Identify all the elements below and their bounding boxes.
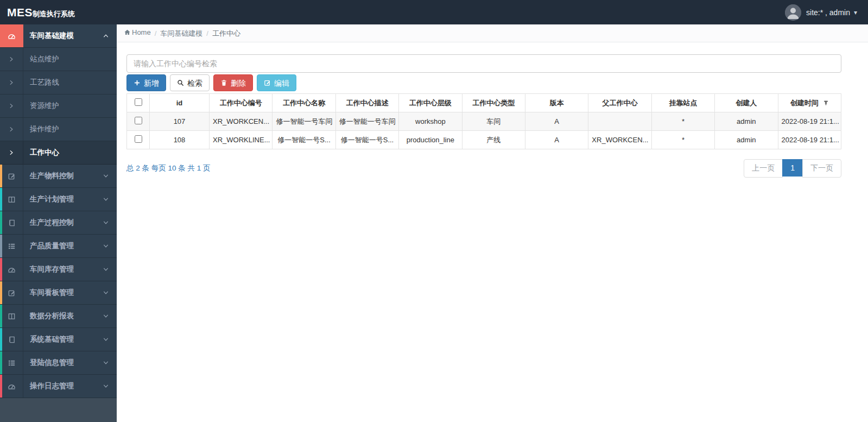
chevron-cell xyxy=(103,313,109,319)
sidebar-item-2[interactable]: 工艺路线 xyxy=(0,71,117,95)
book-icon xyxy=(8,336,16,344)
icon-cell xyxy=(0,71,23,94)
logo-text-primary: MES xyxy=(7,6,33,19)
pagination-next[interactable]: 下一页 xyxy=(802,159,841,178)
search-input[interactable] xyxy=(126,54,841,73)
icon-cell xyxy=(0,95,23,117)
breadcrumb-label: 工作中心 xyxy=(212,29,240,39)
dashboard-icon xyxy=(8,382,16,390)
toolbar: 新增检索删除编辑 xyxy=(126,74,868,91)
accent-strip xyxy=(0,281,2,304)
sidebar-item-label: 操作日志管理 xyxy=(23,381,103,391)
sidebar-item-7[interactable]: 生产计划管理 xyxy=(0,188,117,211)
app-logo[interactable]: MES 制造执行系统 xyxy=(7,6,75,19)
sidebar-item-0[interactable]: 车间基础建模 xyxy=(0,24,117,48)
sidebar-item-label: 工艺路线 xyxy=(23,78,117,87)
column-header-10[interactable]: 创建时间 xyxy=(778,94,841,112)
cell-1-3: 修一智能一号S... xyxy=(335,131,398,149)
sidebar-item-14[interactable]: 登陆信息管理 xyxy=(0,351,117,375)
sidebar-item-11[interactable]: 车间看板管理 xyxy=(0,281,117,305)
column-header-label: 工作中心类型 xyxy=(472,99,515,107)
sidebar-item-10[interactable]: 车间库存管理 xyxy=(0,258,117,281)
sidebar-item-label: 资源维护 xyxy=(23,101,117,111)
column-header-label: 版本 xyxy=(550,99,564,107)
select-all-checkbox[interactable] xyxy=(135,98,142,106)
sidebar-item-label: 数据分析报表 xyxy=(23,311,103,321)
trash-icon xyxy=(220,79,227,86)
sidebar-item-label: 车间看板管理 xyxy=(23,288,103,298)
chevron-cell xyxy=(103,243,109,249)
breadcrumb-item-0[interactable]: Home xyxy=(124,28,151,36)
icon-cell xyxy=(0,235,23,257)
delete-button[interactable]: 删除 xyxy=(213,74,253,91)
sidebar-item-1[interactable]: 站点维护 xyxy=(0,48,117,71)
column-header-9[interactable]: 创建人 xyxy=(715,94,778,112)
pagination-page-1[interactable]: 1 xyxy=(782,159,803,177)
sidebar-item-5[interactable]: 工作中心 xyxy=(0,141,117,165)
cell-1-5: 产线 xyxy=(462,131,525,149)
accent-strip xyxy=(0,351,2,374)
sidebar-item-13[interactable]: 系统基础管理 xyxy=(0,328,117,351)
breadcrumb-label: Home xyxy=(132,28,151,36)
column-header-0[interactable]: id xyxy=(150,94,210,112)
column-header-6[interactable]: 版本 xyxy=(525,94,588,112)
cell-0-10: 2022-08-19 21:1... xyxy=(778,112,841,131)
accent-strip xyxy=(0,235,2,257)
pagination-summary[interactable]: 总 2 条 每页 10 条 共 1 页 xyxy=(126,163,211,173)
column-header-1[interactable]: 工作中心编号 xyxy=(210,94,273,112)
chevron-right-icon xyxy=(8,126,15,133)
chevron-down-icon xyxy=(103,243,109,249)
column-header-label: 工作中心层级 xyxy=(409,99,452,107)
icon-cell xyxy=(0,24,23,47)
edit-button[interactable]: 编辑 xyxy=(257,74,296,91)
sidebar-item-3[interactable]: 资源维护 xyxy=(0,95,117,118)
sidebar-item-6[interactable]: 生产物料控制 xyxy=(0,165,117,188)
chevron-down-icon xyxy=(103,173,109,179)
column-header-4[interactable]: 工作中心层级 xyxy=(399,94,462,112)
add-button-label: 新增 xyxy=(144,79,159,87)
search-button[interactable]: 检索 xyxy=(170,74,210,91)
breadcrumb-label: 车间基础建模 xyxy=(160,29,202,39)
breadcrumb-item-1[interactable]: 车间基础建模 xyxy=(160,29,202,39)
row-select-cell xyxy=(127,112,150,131)
home-icon xyxy=(124,29,131,36)
search-icon xyxy=(177,79,184,86)
column-header-2[interactable]: 工作中心名称 xyxy=(273,94,335,112)
breadcrumb: Home/车间基础建模/工作中心 xyxy=(117,24,868,42)
delete-button-label: 删除 xyxy=(231,79,246,87)
sidebar-item-label: 操作维护 xyxy=(23,124,117,134)
sidebar-item-label: 工作中心 xyxy=(23,148,117,158)
pagination-prev[interactable]: 上一页 xyxy=(744,159,783,178)
chevron-cell xyxy=(103,173,109,179)
dashboard-icon xyxy=(8,266,16,274)
sidebar-item-4[interactable]: 操作维护 xyxy=(0,118,117,141)
table-row-0[interactable]: 107XR_WORKCEN...修一智能一号车间修一智能一号车间workshop… xyxy=(127,112,841,131)
column-header-8[interactable]: 挂靠站点 xyxy=(651,94,714,112)
cell-0-7 xyxy=(588,112,651,131)
row-checkbox[interactable] xyxy=(135,117,142,124)
dashboard-icon xyxy=(8,32,16,40)
column-header-7[interactable]: 父工作中心 xyxy=(588,94,651,112)
chevron-down-icon xyxy=(103,383,109,389)
chevron-cell xyxy=(103,196,109,203)
icon-cell xyxy=(0,48,23,71)
sidebar-item-9[interactable]: 产品质量管理 xyxy=(0,235,117,258)
chevron-down-icon xyxy=(103,313,109,319)
sidebar-item-label: 生产计划管理 xyxy=(23,194,103,204)
add-button[interactable]: 新增 xyxy=(126,74,166,91)
logo-text-secondary: 制造执行系统 xyxy=(33,9,75,19)
column-header-5[interactable]: 工作中心类型 xyxy=(462,94,525,112)
user-label: site:* , admin xyxy=(806,8,850,17)
sidebar-item-8[interactable]: 生产过程控制 xyxy=(0,211,117,235)
user-menu[interactable]: site:* , admin ▾ xyxy=(785,4,857,21)
pin-column-control[interactable] xyxy=(823,99,829,108)
table-footer: 总 2 条 每页 10 条 共 1 页 上一页 1 下一页 xyxy=(126,159,841,178)
sidebar-item-15[interactable]: 操作日志管理 xyxy=(0,375,117,398)
breadcrumb-separator: / xyxy=(206,29,208,37)
caret-down-icon: ▾ xyxy=(854,9,857,16)
table-row-1[interactable]: 108XR_WORKLINE...修一智能一号S...修一智能一号S...pro… xyxy=(127,131,841,149)
column-header-3[interactable]: 工作中心描述 xyxy=(335,94,398,112)
sidebar-item-12[interactable]: 数据分析报表 xyxy=(0,305,117,328)
cell-0-5: 车间 xyxy=(462,112,525,131)
row-checkbox[interactable] xyxy=(135,135,142,143)
